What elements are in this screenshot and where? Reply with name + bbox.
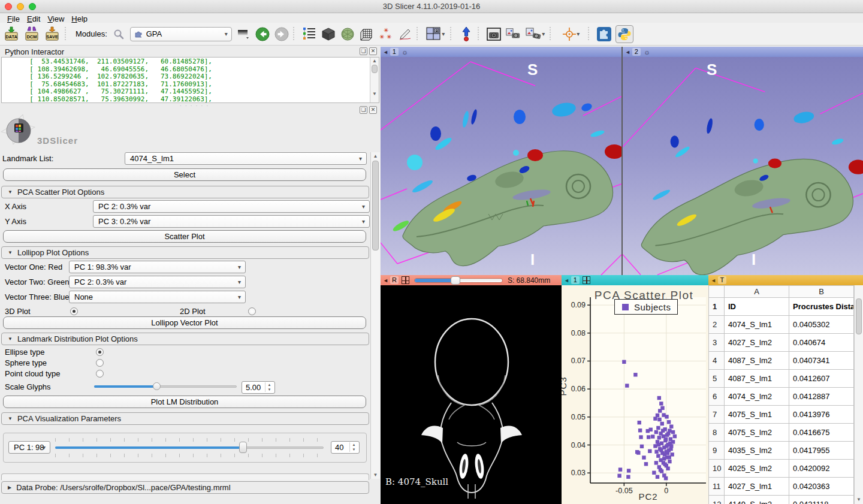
cell-id[interactable]: ID xyxy=(725,298,789,316)
cell-procrustes-distance[interactable]: 0.0407341 xyxy=(789,352,854,370)
dicom-button[interactable]: DCM xyxy=(23,25,41,44)
python-interactor-button[interactable] xyxy=(615,25,633,43)
module-search-button[interactable] xyxy=(111,26,126,42)
scale-glyphs-spinbox[interactable]: 5.00 ▲ ▼ xyxy=(242,381,275,394)
x-axis-combo[interactable]: PC 2: 0.3% var ▾ xyxy=(93,200,370,213)
view3d-2-header[interactable]: ◄ 2 ☼ xyxy=(623,47,863,57)
pin-icon[interactable]: ◄ xyxy=(383,49,388,55)
cell-procrustes-distance[interactable]: 0.040674 xyxy=(789,334,854,352)
cell-procrustes-distance[interactable]: 0.0420092 xyxy=(789,460,854,478)
table-row[interactable]: 124149_S_lm20.0421118 xyxy=(709,496,854,504)
view-options-icon[interactable]: ☼ xyxy=(644,48,650,56)
spin-up-icon[interactable]: ▲ xyxy=(350,442,358,447)
view-options-icon[interactable]: ☼ xyxy=(402,48,408,56)
pin-icon[interactable]: ◄ xyxy=(564,277,569,283)
view3d-2[interactable]: S I xyxy=(623,57,863,275)
cell-id[interactable]: 4087_S_lm2 xyxy=(725,352,789,370)
back-button[interactable] xyxy=(255,26,270,42)
vector-one-combo[interactable]: PC 1: 98.3% var ▾ xyxy=(69,261,246,273)
pca-slider-spinbox[interactable]: 40 ▲ ▼ xyxy=(331,441,360,454)
table-row[interactable]: 54087_S_lm10.0412607 xyxy=(709,370,854,388)
layout-selector-button[interactable]: ▾ xyxy=(425,26,446,42)
console-scrollbar[interactable]: ▲ ▼ xyxy=(370,58,379,102)
scene-view-capture-button[interactable] xyxy=(505,26,521,42)
scroll-down-icon[interactable]: ▼ xyxy=(855,497,863,502)
cell-procrustes-distance[interactable]: 0.0420363 xyxy=(789,478,854,496)
plot-2d-radio[interactable] xyxy=(248,307,256,315)
plot-view-header[interactable]: ◄ 1 xyxy=(562,275,708,285)
scale-glyphs-slider-knob[interactable] xyxy=(153,382,161,390)
cell-procrustes-distance[interactable]: 0.0412887 xyxy=(789,388,854,406)
spin-down-icon[interactable]: ▼ xyxy=(350,447,358,452)
extensions-manager-button[interactable] xyxy=(596,26,612,42)
section-lm-distribution-options[interactable]: ▼ Landmark Distribution Plot Options xyxy=(1,333,369,345)
column-header-a[interactable]: A xyxy=(725,286,789,298)
cell-procrustes-distance[interactable]: 0.0412607 xyxy=(789,370,854,388)
red-slice-header[interactable]: ◄ R S: 68.840mm xyxy=(381,275,562,285)
menu-item-file[interactable]: File xyxy=(7,14,20,23)
point-cloud-type-radio[interactable] xyxy=(96,370,104,378)
models-module-button[interactable] xyxy=(340,26,355,42)
section-pca-visualization[interactable]: ▼ PCA Visualization Parameters xyxy=(1,412,369,425)
slice-slider-knob[interactable] xyxy=(451,276,460,285)
table-row[interactable]: 34027_S_lm20.040674 xyxy=(709,334,854,352)
scrollbar-thumb[interactable] xyxy=(372,65,378,73)
plot-3d-radio[interactable] xyxy=(70,307,78,315)
slice-layout-icon[interactable] xyxy=(402,276,409,284)
table-row[interactable]: 74075_S_lm10.0413976 xyxy=(709,406,854,424)
y-axis-combo[interactable]: PC 3: 0.2% var ▾ xyxy=(93,215,370,228)
pin-icon[interactable]: ◄ xyxy=(625,49,630,55)
volumes-module-button[interactable] xyxy=(321,26,336,42)
crosshair-button[interactable]: ▾ xyxy=(558,26,584,42)
landmark-list-combo[interactable]: 4074_S_lm1 ▾ xyxy=(125,152,367,165)
data-probe-bar[interactable]: ▶ Data Probe: /Users/srolfe/Dropbox/Sl..… xyxy=(1,481,369,494)
select-button[interactable]: Select xyxy=(3,168,366,181)
table-row[interactable]: 84075_S_lm20.0416675 xyxy=(709,424,854,442)
table-row[interactable]: 104025_S_lm20.0420092 xyxy=(709,460,854,478)
scrollbar-thumb[interactable] xyxy=(372,161,379,251)
scrollbar-thumb[interactable] xyxy=(856,298,862,334)
transforms-module-button[interactable] xyxy=(359,26,375,42)
section-lollipop-options[interactable]: ▼ Lollipop Plot Options xyxy=(1,246,369,259)
cell-id[interactable]: 4149_S_lm2 xyxy=(725,496,789,504)
scroll-down-icon[interactable]: ▼ xyxy=(370,91,379,96)
cell-procrustes-distance[interactable]: 0.0417955 xyxy=(789,442,854,460)
cell-id[interactable]: 4074_S_lm2 xyxy=(725,388,789,406)
section-pca-scatter-options[interactable]: ▼ PCA Scatter Plot Options xyxy=(1,186,369,198)
spin-up-icon[interactable]: ▲ xyxy=(265,382,273,387)
menu-item-view[interactable]: View xyxy=(47,14,64,23)
table-row[interactable]: 114027_S_lm10.0420363 xyxy=(709,478,854,496)
undock-icon[interactable]: ❏ xyxy=(360,106,367,114)
pca-scatter-plot-view[interactable]: PCA Scatter Plot 0.030.040.050.060.070.0… xyxy=(562,285,708,504)
load-data-button[interactable]: DATA xyxy=(2,25,20,44)
python-console[interactable]: [ 53.44531746, 211.03509127, 60.81485278… xyxy=(1,57,379,103)
markups-module-button[interactable]: ✳✳✳ xyxy=(378,26,394,42)
pin-icon[interactable]: ◄ xyxy=(711,277,716,283)
cell-id[interactable]: 4027_S_lm2 xyxy=(725,334,789,352)
view3d-1-header[interactable]: ◄ 1 ☼ xyxy=(381,47,621,57)
plot-options-icon[interactable] xyxy=(583,276,590,284)
menu-item-edit[interactable]: Edit xyxy=(27,14,40,23)
scene-view-restore-button[interactable]: ▾ xyxy=(524,26,546,42)
vector-three-combo[interactable]: None ▾ xyxy=(69,291,246,303)
close-icon[interactable]: ✕ xyxy=(369,106,377,114)
procrustes-table[interactable]: A B 1IDProcrustes Distance24074_S_lm10.0… xyxy=(708,285,854,504)
table-row[interactable]: 1IDProcrustes Distance xyxy=(709,298,854,316)
save-button[interactable]: SAVE xyxy=(43,25,61,44)
screenshot-button[interactable] xyxy=(486,26,502,42)
scatter-plot-button[interactable]: Scatter Plot xyxy=(3,230,366,243)
pin-icon[interactable]: ◄ xyxy=(383,277,388,283)
annotations-module-button[interactable] xyxy=(397,26,413,42)
table-row[interactable]: 94035_S_lm20.0417955 xyxy=(709,442,854,460)
pc-selector-combo[interactable]: PC 1: 98 ▾ xyxy=(8,441,50,454)
spin-down-icon[interactable]: ▼ xyxy=(265,387,273,392)
cell-procrustes-distance[interactable]: Procrustes Distance xyxy=(789,298,854,316)
menu-item-help[interactable]: Help xyxy=(71,14,87,23)
table-row[interactable]: 44087_S_lm20.0407341 xyxy=(709,352,854,370)
module-panel-scrollbar[interactable]: ▲ ▼ xyxy=(370,152,380,479)
close-icon[interactable]: ✕ xyxy=(369,47,377,55)
red-slice-view[interactable]: B: 4074_Skull xyxy=(381,285,562,504)
scroll-up-icon[interactable]: ▲ xyxy=(371,153,380,159)
lollipop-vector-plot-button[interactable]: Lollipop Vector Plot xyxy=(3,316,366,329)
spin-arrows[interactable]: ▲ ▼ xyxy=(265,382,273,392)
